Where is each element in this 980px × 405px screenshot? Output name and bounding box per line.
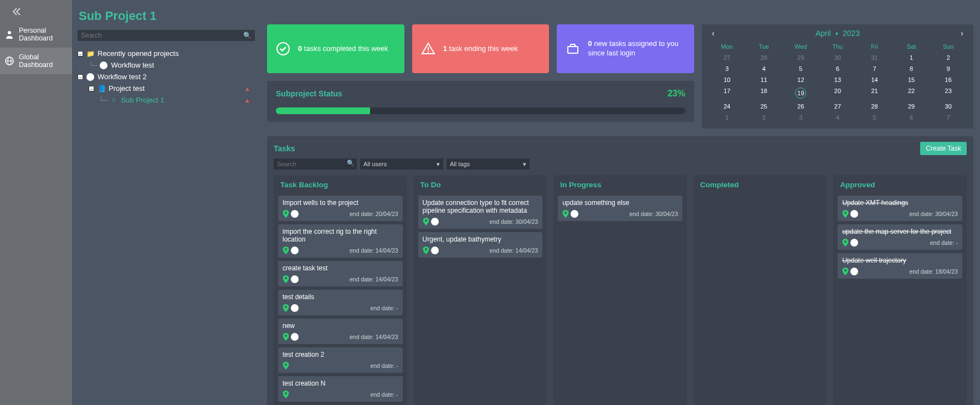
tasks-search-input[interactable]: [274, 158, 357, 170]
tree-toggle-icon[interactable]: −: [78, 74, 83, 80]
calendar-day[interactable]: 28: [856, 101, 893, 112]
calendar-day[interactable]: 5: [856, 112, 893, 123]
task-end-date: end date: 14/04/23: [350, 276, 398, 283]
calendar-day[interactable]: 7: [856, 63, 893, 74]
calendar-day[interactable]: 4: [819, 112, 856, 123]
tree-search-input[interactable]: [78, 30, 255, 41]
search-icon: 🔍: [347, 160, 355, 167]
calendar-day[interactable]: 1: [709, 112, 746, 123]
task-card[interactable]: test detailsend date: -: [278, 290, 403, 315]
assignee-avatar: [431, 218, 439, 225]
location-pin-icon: [423, 218, 429, 225]
project-icon: 📘: [98, 85, 105, 93]
task-card[interactable]: import the correct rig to the right loca…: [278, 224, 403, 258]
calendar-next-icon[interactable]: ›: [961, 29, 963, 38]
filter-tags-select[interactable]: All tags▾: [447, 158, 530, 170]
calendar-day[interactable]: 14: [856, 74, 893, 85]
tree-node-workflow2[interactable]: − Workflow test 2: [78, 71, 255, 83]
calendar-day[interactable]: 13: [819, 74, 856, 85]
calendar-day[interactable]: 1: [893, 52, 930, 63]
tree-toggle-icon[interactable]: −: [78, 51, 83, 57]
calendar-day[interactable]: 30: [819, 52, 856, 63]
nav-global-dashboard[interactable]: Global Dashboard: [0, 48, 72, 74]
calendar-day[interactable]: 3: [782, 112, 819, 123]
calendar-day[interactable]: 31: [856, 52, 893, 63]
calendar-day[interactable]: 19: [782, 85, 819, 101]
calendar-year[interactable]: 2023: [843, 29, 860, 38]
calendar-day[interactable]: 25: [746, 101, 783, 112]
calendar-day[interactable]: 21: [856, 85, 893, 101]
calendar-day[interactable]: 5: [782, 63, 819, 74]
location-pin-icon: [283, 391, 289, 398]
calendar-day[interactable]: 29: [893, 101, 930, 112]
calendar-day[interactable]: 23: [930, 85, 967, 101]
calendar-day[interactable]: 6: [819, 63, 856, 74]
calendar-day[interactable]: 30: [930, 101, 967, 112]
filter-users-select[interactable]: All users▾: [360, 158, 443, 170]
tree-node-project[interactable]: − 📘 Project test ▲: [78, 83, 255, 94]
calendar-day[interactable]: 29: [782, 52, 819, 63]
calendar-day[interactable]: 4: [746, 63, 783, 74]
calendar-dow: Fri: [856, 41, 893, 52]
location-pin-icon: [283, 304, 289, 312]
calendar-day[interactable]: 27: [819, 101, 856, 112]
calendar-day[interactable]: 12: [782, 74, 819, 85]
task-title: update the map server for the project: [842, 228, 958, 235]
calendar-day[interactable]: 16: [930, 74, 967, 85]
stat-card-completed: 0 tasks completed this week: [267, 24, 404, 73]
calendar-day[interactable]: 27: [709, 52, 746, 63]
calendar-day[interactable]: 8: [893, 63, 930, 74]
tree-node-workflow[interactable]: └─ Workflow test: [78, 59, 255, 71]
tree-node-subproject[interactable]: └─ ⑂ Sub Project 1 ▲: [78, 94, 255, 106]
calendar-day[interactable]: 6: [893, 112, 930, 123]
calendar-day[interactable]: 17: [709, 85, 746, 101]
warning-icon: ▲: [244, 97, 250, 104]
tree-label: Recently opened projects: [98, 49, 179, 58]
avatar-icon: [86, 73, 94, 81]
svg-point-11: [285, 306, 287, 308]
calendar-day[interactable]: 28: [746, 52, 783, 63]
task-card[interactable]: Update well trajectoryend date: 18/04/23: [838, 253, 962, 279]
create-task-button[interactable]: Create Task: [920, 142, 967, 155]
tree-toggle-icon[interactable]: −: [89, 86, 94, 91]
calendar-day[interactable]: 22: [893, 85, 930, 101]
task-card[interactable]: Update XMT headingsend date: 30/04/23: [838, 196, 962, 221]
tree-label: Project test: [109, 84, 145, 93]
task-card[interactable]: Urgent, update bathymetryend date: 14/04…: [418, 232, 543, 258]
location-pin-icon: [283, 333, 289, 341]
task-card[interactable]: update the map server for the projectend…: [838, 224, 962, 250]
task-card[interactable]: test creation Nend date: -: [278, 376, 403, 402]
calendar-day[interactable]: 18: [746, 85, 783, 101]
nav-personal-dashboard[interactable]: Personal Dashboard: [0, 21, 72, 48]
svg-rect-7: [568, 47, 578, 53]
calendar-day[interactable]: 2: [930, 52, 967, 63]
task-card[interactable]: create task testend date: 14/04/23: [278, 261, 403, 286]
calendar-day[interactable]: 24: [709, 101, 746, 112]
task-card[interactable]: Import wells to the projectend date: 20/…: [278, 196, 403, 221]
tree-node-recent[interactable]: − 📁 Recently opened projects: [78, 48, 255, 59]
project-tree-panel: Sub Project 1 🔍 − 📁 Recently opened proj…: [72, 0, 260, 405]
task-card[interactable]: newend date: 14/04/23: [278, 319, 403, 344]
calendar-prev-icon[interactable]: ‹: [712, 29, 715, 38]
calendar-day[interactable]: 7: [930, 112, 967, 123]
calendar-day[interactable]: 11: [746, 74, 783, 85]
location-pin-icon: [423, 247, 429, 254]
chevron-down-icon[interactable]: ▾: [835, 30, 838, 37]
calendar-day[interactable]: 20: [819, 85, 856, 101]
calendar-day[interactable]: 3: [709, 63, 746, 74]
calendar-month[interactable]: April: [815, 29, 831, 38]
task-card[interactable]: update something elseend date: 30/04/23: [558, 196, 683, 221]
task-card[interactable]: test creation 2end date: -: [278, 347, 403, 373]
calendar-day[interactable]: 15: [893, 74, 930, 85]
calendar-day[interactable]: 2: [746, 112, 783, 123]
assignee-avatar: [291, 247, 299, 254]
task-title: test creation 2: [283, 351, 398, 358]
collapse-sidebar-icon[interactable]: [0, 6, 72, 21]
calendar-day[interactable]: 9: [930, 63, 967, 74]
calendar-day[interactable]: 10: [709, 74, 746, 85]
calendar-day[interactable]: 26: [782, 101, 819, 112]
stat-card-ending: 1 task ending this week: [412, 24, 550, 73]
task-card[interactable]: Update connection type to fit correct pi…: [418, 196, 543, 229]
task-end-date: end date: -: [370, 305, 398, 311]
kanban-column: Completed: [694, 175, 827, 405]
